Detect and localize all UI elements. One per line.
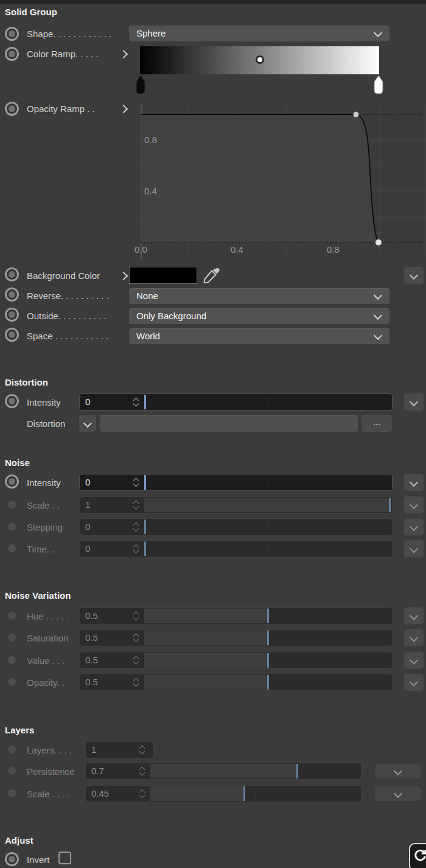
noise-time-options-button[interactable] xyxy=(404,540,424,557)
value-slider[interactable]: 0.5 xyxy=(79,652,393,669)
spin-down-icon[interactable] xyxy=(133,401,139,407)
distortion-intensity-slider[interactable]: 0 xyxy=(79,393,393,411)
distortion-intensity-value[interactable]: 0 xyxy=(85,397,90,407)
number-spinner[interactable] xyxy=(136,786,149,802)
number-spinner[interactable] xyxy=(130,674,143,690)
distortion-browse-button[interactable]: ... xyxy=(361,415,392,432)
slider-handle[interactable] xyxy=(267,609,269,623)
layers-count-field[interactable]: 1 xyxy=(85,741,153,758)
slider-handle[interactable] xyxy=(267,675,269,690)
value-value[interactable]: 0.5 xyxy=(85,655,98,665)
number-spinner[interactable] xyxy=(130,519,143,535)
enable-toggle-noise-intensity[interactable] xyxy=(5,475,19,489)
slider-track[interactable] xyxy=(144,520,391,534)
enable-toggle-opacity[interactable] xyxy=(8,678,16,686)
noise-time-value[interactable]: 0 xyxy=(85,543,90,554)
refresh-button[interactable] xyxy=(409,843,426,868)
layers-scale-value[interactable]: 0.45 xyxy=(91,788,109,799)
enable-toggle-outside[interactable] xyxy=(5,308,19,322)
spin-down-icon[interactable] xyxy=(139,749,145,755)
enable-toggle-shape[interactable] xyxy=(5,27,19,41)
opacity-slider[interactable]: 0.5 xyxy=(79,674,393,691)
layers-scale-options-button[interactable] xyxy=(375,786,421,801)
number-spinner[interactable] xyxy=(130,608,143,624)
layers-count-value[interactable]: 1 xyxy=(91,744,96,755)
slider-handle[interactable] xyxy=(267,630,269,645)
spin-down-icon[interactable] xyxy=(133,615,139,621)
enable-toggle-noise-time[interactable] xyxy=(8,545,16,552)
slider-handle[interactable] xyxy=(267,653,269,668)
hue-value[interactable]: 0.5 xyxy=(85,610,98,621)
slider-track[interactable] xyxy=(144,498,391,512)
persistence-value[interactable]: 0.7 xyxy=(91,766,104,776)
gradient-stop-white[interactable] xyxy=(372,75,385,94)
number-spinner[interactable] xyxy=(130,475,143,490)
curve-point[interactable] xyxy=(375,239,382,245)
slider-track[interactable] xyxy=(144,475,391,490)
background-color-options-button[interactable] xyxy=(404,267,424,284)
slider-track[interactable] xyxy=(144,630,391,645)
number-spinner[interactable] xyxy=(136,763,149,779)
enable-toggle-space[interactable] xyxy=(5,328,19,342)
slider-track[interactable] xyxy=(144,609,391,623)
enable-toggle-noise-scale[interactable] xyxy=(8,501,16,509)
opacity-value[interactable]: 0.5 xyxy=(85,677,98,687)
opacity-options-button[interactable] xyxy=(404,674,424,691)
spin-down-icon[interactable] xyxy=(139,770,145,776)
spin-down-icon[interactable] xyxy=(133,659,139,665)
saturation-slider[interactable]: 0.5 xyxy=(79,629,393,646)
enable-toggle-layers-scale[interactable] xyxy=(8,789,16,797)
enable-toggle-background-color[interactable] xyxy=(5,267,19,281)
slider-track[interactable] xyxy=(144,675,391,690)
number-spinner[interactable] xyxy=(130,497,143,513)
number-spinner[interactable] xyxy=(130,394,143,410)
enable-toggle-layers[interactable] xyxy=(8,746,16,753)
spin-down-icon[interactable] xyxy=(133,681,139,687)
spin-down-icon[interactable] xyxy=(133,526,139,532)
spin-down-icon[interactable] xyxy=(133,504,139,510)
persistence-slider[interactable]: 0.7 xyxy=(85,763,361,780)
noise-stepping-slider[interactable]: 0 xyxy=(79,518,393,535)
slider-handle[interactable] xyxy=(389,498,391,512)
enable-toggle-hue[interactable] xyxy=(8,612,16,619)
gradient-stop-black[interactable] xyxy=(134,75,147,94)
distortion-intensity-options-button[interactable] xyxy=(404,393,424,411)
noise-scale-slider[interactable]: 1 xyxy=(79,496,393,513)
persistence-options-button[interactable] xyxy=(375,764,421,778)
enable-toggle-reverse[interactable] xyxy=(5,288,19,302)
shape-dropdown[interactable]: Sphere xyxy=(129,26,389,41)
enable-toggle-color-ramp[interactable] xyxy=(5,47,19,61)
enable-toggle-saturation[interactable] xyxy=(8,633,16,641)
spin-down-icon[interactable] xyxy=(133,481,139,487)
noise-scale-value[interactable]: 1 xyxy=(85,499,90,510)
enable-toggle-opacity-ramp[interactable] xyxy=(5,102,19,116)
distortion-link-dropdown-button[interactable] xyxy=(79,415,96,432)
value-options-button[interactable] xyxy=(404,652,424,669)
background-color-swatch[interactable] xyxy=(129,267,197,284)
slider-track[interactable] xyxy=(144,395,391,409)
reverse-dropdown[interactable]: None xyxy=(129,288,389,304)
gradient-mid-knot[interactable] xyxy=(256,55,264,64)
number-spinner[interactable] xyxy=(130,652,143,668)
enable-toggle-distortion-intensity[interactable] xyxy=(5,394,19,408)
curve-editor-canvas[interactable] xyxy=(132,104,426,259)
opacity-ramp-curve-editor[interactable]: 0.8 0.4 0.0 0.4 0.8 xyxy=(132,104,426,259)
enable-toggle-noise-stepping[interactable] xyxy=(8,523,16,531)
slider-handle[interactable] xyxy=(144,520,146,534)
eyedropper-icon[interactable] xyxy=(201,267,220,284)
slider-handle[interactable] xyxy=(144,542,146,556)
noise-time-slider[interactable]: 0 xyxy=(79,540,393,557)
saturation-value[interactable]: 0.5 xyxy=(85,632,98,643)
noise-stepping-value[interactable]: 0 xyxy=(85,521,90,532)
curve-point[interactable] xyxy=(354,112,359,118)
invert-checkbox[interactable] xyxy=(58,852,71,864)
layers-scale-slider[interactable]: 0.45 xyxy=(85,785,361,802)
number-spinner[interactable] xyxy=(130,541,143,557)
space-dropdown[interactable]: World xyxy=(129,328,389,344)
slider-handle[interactable] xyxy=(243,786,245,801)
noise-intensity-value[interactable]: 0 xyxy=(85,477,90,487)
enable-toggle-invert[interactable] xyxy=(5,852,19,866)
slider-handle[interactable] xyxy=(144,475,146,490)
enable-toggle-value[interactable] xyxy=(8,656,16,664)
noise-intensity-slider[interactable]: 0 xyxy=(79,474,393,491)
